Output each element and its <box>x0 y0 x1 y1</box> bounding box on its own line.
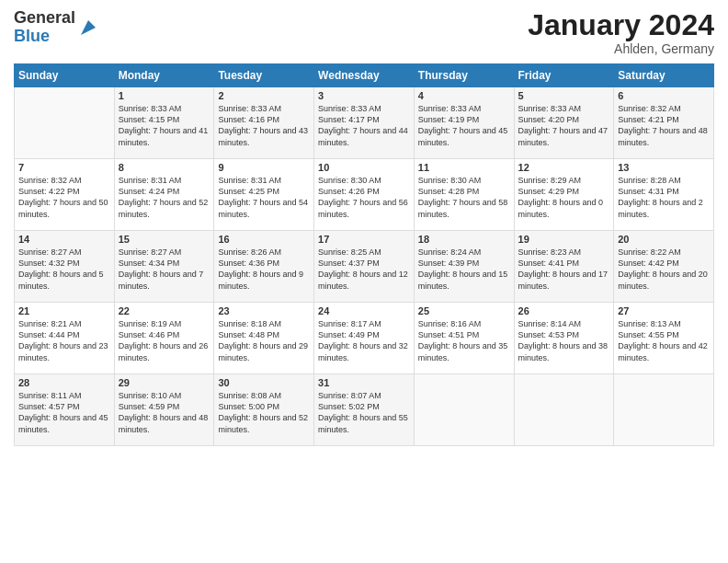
day-number: 24 <box>318 305 410 316</box>
sunrise-text: Sunrise: 8:07 AM <box>318 391 381 400</box>
daylight-text: Daylight: 8 hours and 52 minutes. <box>218 413 308 433</box>
sunset-text: Sunset: 4:31 PM <box>618 187 679 196</box>
sunset-text: Sunset: 4:15 PM <box>119 115 180 124</box>
sunset-text: Sunset: 4:46 PM <box>119 330 180 339</box>
calendar-cell-w2-d2: 8 Sunrise: 8:31 AM Sunset: 4:24 PM Dayli… <box>114 159 214 231</box>
sunrise-text: Sunrise: 8:33 AM <box>518 104 582 113</box>
cell-details: Sunrise: 8:31 AM Sunset: 4:25 PM Dayligh… <box>218 175 310 220</box>
logo-blue: Blue <box>14 27 50 45</box>
cell-details: Sunrise: 8:33 AM Sunset: 4:17 PM Dayligh… <box>318 103 410 148</box>
calendar-cell-w5-d2: 29 Sunrise: 8:10 AM Sunset: 4:59 PM Dayl… <box>114 374 214 446</box>
calendar-week-2: 7 Sunrise: 8:32 AM Sunset: 4:22 PM Dayli… <box>15 159 714 231</box>
cell-details: Sunrise: 8:22 AM Sunset: 4:42 PM Dayligh… <box>618 247 710 292</box>
sunrise-text: Sunrise: 8:33 AM <box>119 104 182 113</box>
calendar-cell-w1-d3: 2 Sunrise: 8:33 AM Sunset: 4:16 PM Dayli… <box>214 87 314 159</box>
sunset-text: Sunset: 4:26 PM <box>318 187 380 196</box>
sunset-text: Sunset: 4:42 PM <box>618 259 679 268</box>
daylight-text: Daylight: 8 hours and 23 minutes. <box>18 341 108 362</box>
calendar-cell-w3-d6: 19 Sunrise: 8:23 AM Sunset: 4:41 PM Dayl… <box>514 231 614 303</box>
sunrise-text: Sunrise: 8:27 AM <box>18 247 82 257</box>
svg-marker-0 <box>81 20 96 35</box>
daylight-text: Daylight: 7 hours and 56 minutes. <box>318 198 408 218</box>
cell-details: Sunrise: 8:31 AM Sunset: 4:24 PM Dayligh… <box>119 175 210 220</box>
calendar-cell-w4-d5: 25 Sunrise: 8:16 AM Sunset: 4:51 PM Dayl… <box>414 303 514 374</box>
calendar-cell-w2-d1: 7 Sunrise: 8:32 AM Sunset: 4:22 PM Dayli… <box>15 159 115 231</box>
sunrise-text: Sunrise: 8:26 AM <box>218 247 281 257</box>
cell-details: Sunrise: 8:23 AM Sunset: 4:41 PM Dayligh… <box>518 247 610 292</box>
cell-details: Sunrise: 8:33 AM Sunset: 4:20 PM Dayligh… <box>518 103 610 148</box>
calendar-cell-w2-d4: 10 Sunrise: 8:30 AM Sunset: 4:26 PM Dayl… <box>314 159 415 231</box>
daylight-text: Daylight: 8 hours and 17 minutes. <box>518 270 609 290</box>
sunrise-text: Sunrise: 8:31 AM <box>119 176 182 185</box>
calendar-cell-w4-d1: 21 Sunrise: 8:21 AM Sunset: 4:44 PM Dayl… <box>15 303 115 374</box>
day-number: 23 <box>218 305 310 316</box>
cell-details: Sunrise: 8:33 AM Sunset: 4:16 PM Dayligh… <box>218 103 310 148</box>
header-wednesday: Wednesday <box>314 64 415 87</box>
sunrise-text: Sunrise: 8:29 AM <box>518 176 582 185</box>
daylight-text: Daylight: 8 hours and 32 minutes. <box>318 341 408 362</box>
calendar-cell-w2-d3: 9 Sunrise: 8:31 AM Sunset: 4:25 PM Dayli… <box>214 159 314 231</box>
daylight-text: Daylight: 8 hours and 55 minutes. <box>318 413 408 433</box>
sunrise-text: Sunrise: 8:32 AM <box>618 104 681 113</box>
sunset-text: Sunset: 4:57 PM <box>18 402 80 411</box>
daylight-text: Daylight: 7 hours and 50 minutes. <box>18 198 108 218</box>
daylight-text: Daylight: 8 hours and 12 minutes. <box>318 270 408 290</box>
logo: General Blue <box>14 9 99 46</box>
day-number: 13 <box>618 162 710 173</box>
day-number: 7 <box>18 162 110 173</box>
calendar-cell-w3-d3: 16 Sunrise: 8:26 AM Sunset: 4:36 PM Dayl… <box>214 231 314 303</box>
calendar-cell-w4-d3: 23 Sunrise: 8:18 AM Sunset: 4:48 PM Dayl… <box>214 303 314 374</box>
sunrise-text: Sunrise: 8:33 AM <box>318 104 381 113</box>
calendar-cell-w4-d2: 22 Sunrise: 8:19 AM Sunset: 4:46 PM Dayl… <box>114 303 214 374</box>
calendar-cell-w1-d7: 6 Sunrise: 8:32 AM Sunset: 4:21 PM Dayli… <box>614 87 714 159</box>
sunset-text: Sunset: 4:21 PM <box>618 115 679 124</box>
sunrise-text: Sunrise: 8:27 AM <box>119 247 182 257</box>
sunrise-text: Sunrise: 8:16 AM <box>418 319 482 328</box>
cell-details: Sunrise: 8:16 AM Sunset: 4:51 PM Dayligh… <box>418 318 510 363</box>
sunset-text: Sunset: 4:37 PM <box>318 259 380 268</box>
page-container: General Blue January 2024 Ahlden, German… <box>0 0 728 455</box>
daylight-text: Daylight: 7 hours and 45 minutes. <box>418 126 508 146</box>
sunset-text: Sunset: 5:02 PM <box>318 402 380 411</box>
cell-details: Sunrise: 8:07 AM Sunset: 5:02 PM Dayligh… <box>318 390 410 435</box>
day-number: 9 <box>218 162 310 173</box>
day-number: 21 <box>18 305 110 316</box>
daylight-text: Daylight: 8 hours and 48 minutes. <box>119 413 209 433</box>
sunrise-text: Sunrise: 8:13 AM <box>618 319 681 328</box>
daylight-text: Daylight: 7 hours and 41 minutes. <box>119 126 209 146</box>
daylight-text: Daylight: 8 hours and 2 minutes. <box>618 198 703 218</box>
calendar-cell-w1-d6: 5 Sunrise: 8:33 AM Sunset: 4:20 PM Dayli… <box>514 87 614 159</box>
calendar-cell-w5-d5 <box>414 374 514 446</box>
sunrise-text: Sunrise: 8:33 AM <box>218 104 281 113</box>
calendar-table: Sunday Monday Tuesday Wednesday Thursday… <box>14 63 714 446</box>
calendar-cell-w4-d7: 27 Sunrise: 8:13 AM Sunset: 4:55 PM Dayl… <box>614 303 714 374</box>
sunset-text: Sunset: 4:22 PM <box>18 187 80 196</box>
sunset-text: Sunset: 4:48 PM <box>218 330 279 339</box>
daylight-text: Daylight: 7 hours and 52 minutes. <box>119 198 209 218</box>
logo-icon <box>77 17 99 39</box>
location-label: Ahlden, Germany <box>528 41 714 56</box>
calendar-cell-w1-d5: 4 Sunrise: 8:33 AM Sunset: 4:19 PM Dayli… <box>414 87 514 159</box>
day-number: 11 <box>418 162 510 173</box>
calendar-cell-w3-d2: 15 Sunrise: 8:27 AM Sunset: 4:34 PM Dayl… <box>114 231 214 303</box>
calendar-week-1: 1 Sunrise: 8:33 AM Sunset: 4:15 PM Dayli… <box>15 87 714 159</box>
cell-details: Sunrise: 8:30 AM Sunset: 4:26 PM Dayligh… <box>318 175 410 220</box>
sunset-text: Sunset: 4:39 PM <box>418 259 480 268</box>
logo-general: General <box>14 8 75 27</box>
calendar-cell-w5-d6 <box>514 374 614 446</box>
day-number: 28 <box>18 377 110 388</box>
calendar-cell-w3-d4: 17 Sunrise: 8:25 AM Sunset: 4:37 PM Dayl… <box>314 231 415 303</box>
month-year-title: January 2024 <box>528 9 714 41</box>
sunrise-text: Sunrise: 8:23 AM <box>518 247 582 257</box>
header-monday: Monday <box>114 64 214 87</box>
day-number: 6 <box>618 90 710 101</box>
calendar-cell-w3-d5: 18 Sunrise: 8:24 AM Sunset: 4:39 PM Dayl… <box>414 231 514 303</box>
sunrise-text: Sunrise: 8:21 AM <box>18 319 82 328</box>
calendar-week-4: 21 Sunrise: 8:21 AM Sunset: 4:44 PM Dayl… <box>15 303 714 374</box>
cell-details: Sunrise: 8:26 AM Sunset: 4:36 PM Dayligh… <box>218 247 310 292</box>
sunrise-text: Sunrise: 8:22 AM <box>618 247 681 257</box>
cell-details: Sunrise: 8:32 AM Sunset: 4:22 PM Dayligh… <box>18 175 110 220</box>
calendar-cell-w5-d7 <box>614 374 714 446</box>
sunrise-text: Sunrise: 8:30 AM <box>318 176 381 185</box>
sunset-text: Sunset: 4:34 PM <box>119 259 180 268</box>
